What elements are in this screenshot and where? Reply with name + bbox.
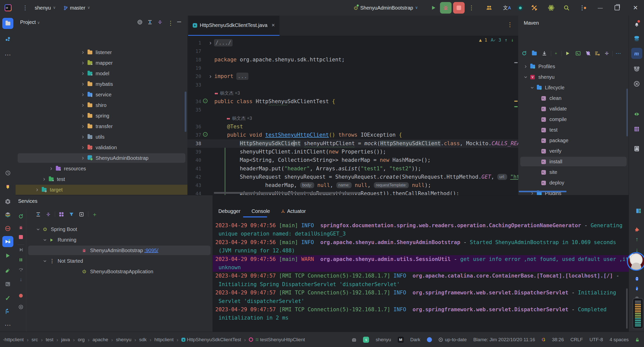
app-logo-icon[interactable]: IJ — [5, 0, 12, 16]
dictionary-plugin-icon[interactable] — [631, 143, 642, 154]
user-avatar[interactable] — [627, 252, 644, 271]
maven-run-icon[interactable] — [565, 51, 570, 56]
code-line-39[interactable]: 39 shenyuHttpClient.initClient(new Prope… — [187, 148, 518, 156]
tree-chevron-icon[interactable] — [524, 75, 528, 79]
tree-chevron-icon[interactable] — [43, 259, 47, 263]
maven-scrollbar[interactable] — [626, 89, 628, 136]
code-line-38[interactable]: 38 HttpShenyuSdkClient shenyuHttpClient … — [187, 139, 518, 148]
database-tool-icon[interactable] — [631, 33, 642, 44]
run-more-button[interactable]: ⋮ — [468, 0, 474, 16]
tree-chevron-icon[interactable] — [35, 187, 39, 192]
service-item-shenyuadminbootstrap[interactable]: ShenyuAdminBootstrap :9095/ — [26, 245, 213, 256]
record-button[interactable] — [517, 0, 523, 16]
maven-sync-icon[interactable] — [532, 51, 537, 56]
project-item-mybatis[interactable]: mybatis — [16, 79, 187, 89]
service-port-link[interactable]: :9095/ — [144, 248, 158, 253]
console-log-line[interactable]: Initializing Spring DispatcherServlet 'd… — [213, 280, 629, 289]
problems-tool-icon[interactable]: ✓ — [2, 293, 13, 304]
code-line-36[interactable]: 36 @Test — [187, 123, 518, 131]
maven-item-validate[interactable]: >_validate — [518, 103, 629, 114]
rerun-service-icon[interactable] — [18, 214, 24, 219]
code-line-42[interactable]: 42 ShenyuRequest shenyuRequest = ShenyuR… — [187, 173, 518, 181]
tree-chevron-icon[interactable] — [81, 92, 85, 97]
history-tool-icon[interactable] — [2, 167, 13, 178]
resume-icon[interactable] — [19, 247, 23, 252]
atom-plugin-button[interactable] — [548, 0, 554, 16]
code-line-17[interactable]: 17 — [187, 47, 518, 55]
console-log-line[interactable]: 2023-04-29 09:47:57 [RMI TCP Connection(… — [213, 305, 629, 314]
main-menu-button[interactable]: ⋮ — [22, 0, 28, 16]
tree-chevron-icon[interactable] — [81, 113, 85, 118]
maven-item-clean[interactable]: >_clean — [518, 93, 629, 103]
editor-tab[interactable]: HttpShenyuSdkClientTest.java ✕ — [188, 16, 279, 36]
status-blue-dot[interactable] — [427, 337, 432, 342]
console-scrollbar[interactable] — [626, 288, 628, 329]
project-item-utils[interactable]: ↗utils — [16, 132, 187, 142]
grid-plugin-icon[interactable] — [631, 124, 642, 135]
console-tab-debugger[interactable]: Debugger — [218, 208, 240, 214]
code-review-tool-icon[interactable] — [2, 223, 13, 234]
hide-panel-icon[interactable]: — — [177, 20, 181, 24]
tree-chevron-icon[interactable] — [81, 124, 85, 129]
step-into-icon[interactable]: ↓ — [20, 277, 22, 282]
service-item-spring-boot[interactable]: Spring Boot — [26, 224, 213, 235]
project-item-listener[interactable]: listener — [16, 47, 187, 58]
status-38-26[interactable]: 38:26 — [552, 337, 564, 342]
tree-chevron-icon[interactable] — [43, 238, 47, 242]
console-tab-console[interactable]: Console — [252, 208, 270, 214]
code-line-40[interactable]: 40 Map<String, Collection<String>> heade… — [187, 156, 518, 164]
breadcrumb-item[interactable]: ⚿testShenyuHttpClient — [249, 337, 305, 342]
maven-reload-icon[interactable] — [522, 51, 527, 56]
status-dark[interactable]: Dark — [410, 337, 420, 342]
maven-download-icon[interactable] — [542, 51, 547, 56]
status-blame-jim-2022-10-20-11-16[interactable]: Blame: Jim 2022/10/20 11:16 — [473, 337, 535, 342]
stop-button[interactable] — [453, 0, 465, 16]
code-line-19[interactable]: 19 — [187, 64, 518, 72]
console-log-line[interactable]: initialization in 2 ms — [213, 314, 629, 322]
tree-chevron-icon[interactable] — [524, 64, 528, 69]
test-passed-icon[interactable]: ✓ — [203, 132, 208, 137]
status-up-to-date[interactable]: up-to-date — [438, 337, 467, 342]
maven-item-deploy[interactable]: >_deploy — [518, 177, 629, 188]
run-button[interactable] — [431, 0, 436, 16]
leaf-plugin-icon[interactable] — [631, 109, 642, 120]
stop-service-icon[interactable] — [19, 235, 23, 240]
tree-chevron-icon[interactable] — [81, 135, 85, 139]
step-over-icon[interactable] — [19, 267, 23, 272]
status-utf-8[interactable]: UTF-8 — [589, 337, 603, 342]
more-tools-icon[interactable]: ⋯ — [2, 49, 13, 60]
console-log-line[interactable]: 2023-04-29 09:47:56 [main] WARN org.apac… — [213, 255, 629, 263]
project-item-test[interactable]: ≡test — [16, 174, 187, 184]
maven-item-verify[interactable]: >_verify — [518, 146, 629, 156]
breadcrumb-item[interactable]: shenyu — [116, 337, 131, 342]
maven-item-package[interactable]: >_package — [518, 135, 629, 146]
project-item-validation[interactable]: ✓validation — [16, 142, 187, 153]
code-line-41[interactable]: 41 headerMap.put("header", Arrays.asList… — [187, 165, 518, 173]
breadcrumb-item[interactable]: httpclient — [154, 337, 174, 342]
breadcrumb-item[interactable]: -httpclient — [3, 337, 24, 342]
x-plugin-icon[interactable] — [631, 78, 642, 89]
service-item-not-started[interactable]: ⋮Not Started — [26, 256, 213, 266]
tools-button[interactable] — [531, 0, 537, 16]
console-log-line[interactable]: 2023-04-29 09:47:56 [main] INFO springfo… — [213, 221, 629, 230]
console-prev-icon[interactable]: ↑ — [633, 236, 640, 243]
status-shenyu[interactable]: shenyu — [376, 337, 391, 342]
project-item-transfer[interactable]: transfer — [16, 121, 187, 132]
tree-chevron-icon[interactable] — [81, 156, 85, 160]
tree-chevron-icon[interactable] — [36, 227, 40, 232]
services-tool-icon[interactable] — [2, 236, 13, 247]
code-line-20[interactable]: 20import ... — [187, 72, 518, 81]
tree-chevron-icon[interactable] — [530, 85, 534, 90]
project-options-icon[interactable]: ⋮ — [168, 20, 174, 27]
project-item-model[interactable]: ≡model — [16, 68, 187, 79]
status-google[interactable]: G — [542, 337, 545, 342]
fold-arrow-icon[interactable] — [209, 73, 212, 79]
tab-close-icon[interactable]: ✕ — [271, 23, 275, 28]
project-item-resources[interactable]: ≡resources — [16, 163, 187, 174]
graphql-tool-icon[interactable] — [2, 196, 13, 207]
console-log-line[interactable]: unknown — [213, 263, 629, 272]
tree-chevron-icon[interactable] — [81, 50, 85, 55]
maven-item-lifecycle[interactable]: ⚙Lifecycle — [518, 82, 629, 93]
fold-arrow-icon[interactable] — [209, 40, 212, 46]
project-item-service[interactable]: Σservice — [16, 89, 187, 100]
